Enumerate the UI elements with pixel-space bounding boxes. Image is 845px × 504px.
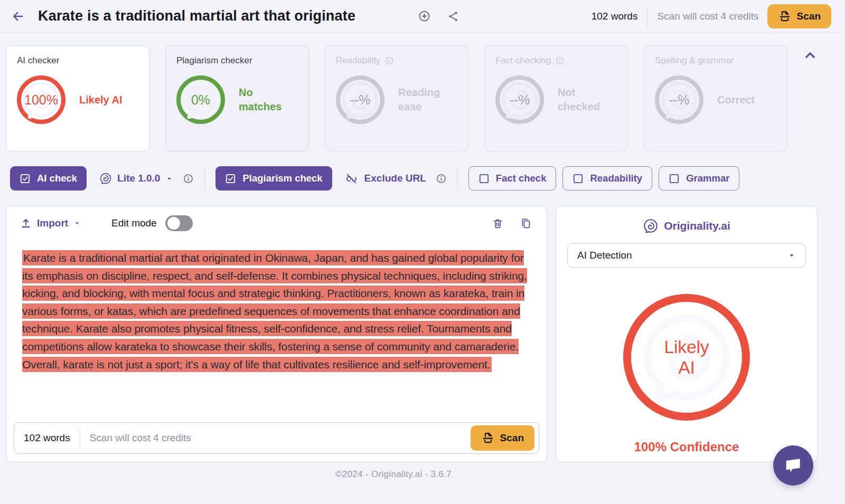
trash-icon xyxy=(492,217,504,230)
divider xyxy=(647,6,647,26)
checkbox-checked-icon xyxy=(20,173,31,184)
card-title: Readability xyxy=(336,55,457,66)
editor-panel: Import Edit mode Karate is a tr xyxy=(6,206,547,462)
grammar-score-ring: --% xyxy=(655,75,703,124)
card-title: Spelling & grammar xyxy=(655,55,776,66)
page-title: Karate is a traditional martial art that… xyxy=(38,8,355,24)
plagiarism-score-label: No matches xyxy=(239,85,298,114)
brain-icon xyxy=(99,172,112,185)
checkbox-empty-icon xyxy=(478,173,490,184)
word-count: 102 words xyxy=(24,432,70,444)
checkbox-empty-icon xyxy=(572,173,584,184)
collapse-cards-button[interactable] xyxy=(801,46,819,64)
fact-score-label: Not checked xyxy=(558,85,617,114)
model-info-button[interactable] xyxy=(183,173,194,184)
confidence-text: 100% Confidence xyxy=(634,440,739,454)
fact-score-value: --% xyxy=(510,92,530,108)
card-title-text: Fact checking xyxy=(495,55,551,66)
credits-note: Scan will cost 4 credits xyxy=(90,432,191,444)
readability-label: Readability xyxy=(590,173,642,184)
spelling-grammar-card: Spelling & grammar --% Correct xyxy=(644,45,787,151)
add-button[interactable] xyxy=(418,9,431,23)
scan-icon xyxy=(778,9,792,23)
upload-icon xyxy=(20,217,32,229)
plagiarism-check-button[interactable]: Plagiarism check xyxy=(215,166,332,191)
delete-text-button[interactable] xyxy=(492,217,504,230)
share-button[interactable] xyxy=(447,9,459,23)
fact-check-button[interactable]: Fact check xyxy=(468,166,557,191)
exclude-url-button[interactable]: Exclude URL xyxy=(345,172,426,185)
import-button[interactable]: Import xyxy=(20,217,81,229)
ai-check-button[interactable]: AI check xyxy=(10,166,87,191)
dropdown-value: AI Detection xyxy=(577,250,632,261)
plagiarism-check-label: Plagiarism check xyxy=(242,173,322,184)
info-icon xyxy=(384,56,394,65)
ai-score-value: 100% xyxy=(24,92,58,108)
card-title-text: Readability xyxy=(336,55,380,66)
back-button[interactable] xyxy=(7,6,29,27)
ai-score-label: Likely AI xyxy=(79,93,123,107)
fact-checking-card: Fact checking --% Not checked xyxy=(484,45,628,151)
caret-down-icon xyxy=(787,251,796,260)
checkbox-checked-icon xyxy=(225,173,236,184)
copy-icon xyxy=(520,217,532,230)
grammar-score-label: Correct xyxy=(717,93,755,107)
card-title: Plagiarism checker xyxy=(176,55,298,66)
grammar-button[interactable]: Grammar xyxy=(659,166,739,191)
edit-mode-label: Edit mode xyxy=(111,217,157,229)
scan-button[interactable]: Scan xyxy=(767,4,831,28)
info-icon xyxy=(183,173,194,184)
app-version-footer: ©2024 - Originality.ai - 3.6.7 xyxy=(0,469,787,480)
chevron-up-icon xyxy=(802,47,818,63)
ai-highlighted-text: Karate is a traditional martial art that… xyxy=(22,250,527,372)
card-title-text: Spelling & grammar xyxy=(655,55,734,66)
readability-score-label: Reading ease xyxy=(398,85,457,114)
grammar-label: Grammar xyxy=(686,173,729,184)
copy-text-button[interactable] xyxy=(520,217,532,230)
editor-header: Import Edit mode xyxy=(6,206,547,231)
fact-score-ring: --% xyxy=(495,75,544,124)
model-selector[interactable]: Lite 1.0.0 xyxy=(99,172,173,185)
detection-type-dropdown[interactable]: AI Detection xyxy=(567,243,806,268)
divider xyxy=(457,166,458,191)
brand-name: Originality.ai xyxy=(664,220,730,232)
info-icon xyxy=(436,173,447,184)
fact-check-label: Fact check xyxy=(496,173,547,184)
editor-footer-bar: 102 words Scan will cost 4 credits Scan xyxy=(14,422,539,454)
scan-icon xyxy=(481,431,495,445)
score-cards-row: AI checker 100% Likely AI Plagiarism che… xyxy=(6,45,837,151)
import-label: Import xyxy=(37,217,68,229)
info-icon xyxy=(555,56,565,65)
caret-down-icon xyxy=(73,220,81,227)
ai-score-ring: 100% xyxy=(17,75,65,124)
caret-down-icon xyxy=(165,175,173,183)
document-text-area[interactable]: Karate is a traditional martial art that… xyxy=(6,231,547,422)
ai-check-label: AI check xyxy=(37,173,77,184)
plagiarism-score-ring: 0% xyxy=(176,75,225,124)
verdict-ring: Likely AI xyxy=(623,294,750,421)
edit-mode-toggle[interactable] xyxy=(165,215,193,231)
model-label: Lite 1.0.0 xyxy=(117,173,160,184)
brand: Originality.ai xyxy=(643,218,730,234)
ai-checker-card[interactable]: AI checker 100% Likely AI xyxy=(6,45,149,151)
verdict-line2: AI xyxy=(664,357,709,378)
share-icon xyxy=(447,10,459,23)
readability-card: Readability --% Reading ease xyxy=(325,45,468,151)
exclude-url-label: Exclude URL xyxy=(364,173,426,184)
link-slash-icon xyxy=(345,172,358,185)
plagiarism-checker-card[interactable]: Plagiarism checker 0% No matches xyxy=(165,45,309,151)
verdict-line1: Likely xyxy=(664,337,709,357)
readability-button[interactable]: Readability xyxy=(562,166,652,191)
toolbar: AI check Lite 1.0.0 Plagiarism check Exc… xyxy=(10,166,845,191)
readability-score-value: --% xyxy=(350,92,371,108)
card-title: AI checker xyxy=(17,55,138,66)
plus-circle-icon xyxy=(418,9,431,23)
word-count: 102 words xyxy=(592,11,638,22)
chat-support-button[interactable] xyxy=(773,445,813,486)
divider xyxy=(204,166,205,191)
card-title: Fact checking xyxy=(495,55,617,66)
grammar-score-value: --% xyxy=(669,92,690,108)
scan-button-label: Scan xyxy=(797,11,821,22)
scan-button[interactable]: Scan xyxy=(471,425,534,451)
exclude-url-info-button[interactable] xyxy=(436,173,447,184)
